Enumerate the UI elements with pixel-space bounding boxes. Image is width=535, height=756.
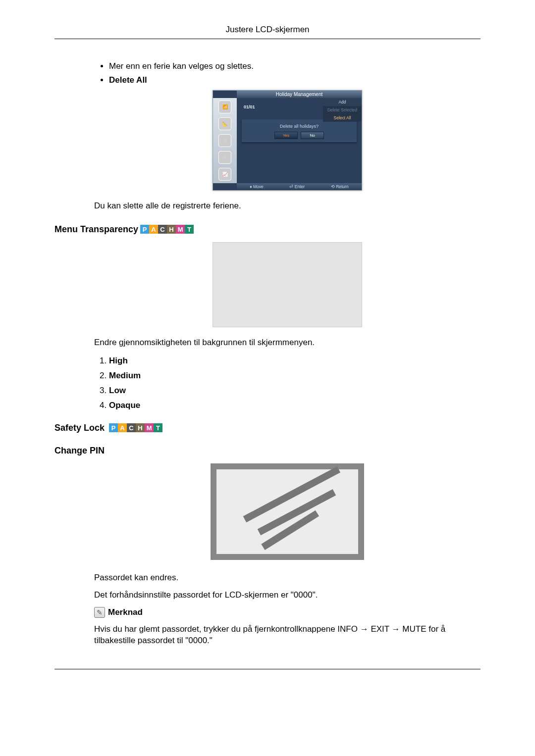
option-low: Low <box>109 386 481 396</box>
osd-actions: Add Delete Selected Select All <box>323 98 362 122</box>
footer-rule <box>54 669 481 669</box>
osd-confirm-dialog: Delete all holidays? Yes No <box>242 119 357 142</box>
menu-transparency-desc: Endre gjennomsiktigheten til bakgrunnen … <box>94 337 481 349</box>
osd-select-all: Select All <box>323 114 362 122</box>
pachmt-badge: PACHMT <box>109 423 162 432</box>
transparency-options: High Medium Low Opaque <box>94 356 481 410</box>
pachmt-badge: PACHMT <box>140 225 194 234</box>
chart-icon: 📈 <box>218 168 231 181</box>
delete-all-desc: Du kan slette alle de registrerte ferien… <box>94 201 481 212</box>
input-icon: 📶 <box>218 101 231 113</box>
osd-dialog-question: Delete all holidays? <box>245 124 354 129</box>
page-header: Justere LCD-skjermen <box>54 25 481 39</box>
heading-safety-lock: Safety Lock PACHMT <box>54 423 481 433</box>
delete-all-label: Delete All <box>109 75 147 85</box>
note-body: Hvis du har glemt passordet, trykker du … <box>94 624 481 647</box>
option-medium: Medium <box>109 371 481 381</box>
osd-foot-move: ♦ Move <box>250 184 264 189</box>
note-label: Merknad <box>108 607 143 617</box>
osd-title: Holiday Management <box>237 91 362 98</box>
osd-foot-enter: ⏎ Enter <box>289 184 305 189</box>
list-item: Mer enn en ferie kan velges og slettes. <box>109 61 481 71</box>
osd-placeholder <box>213 242 362 327</box>
option-opaque: Opaque <box>109 401 481 410</box>
tool-icon: 📐 <box>218 117 231 130</box>
osd-no-button: No <box>301 132 324 139</box>
heading-menu-transparency: Menu Transparency PACHMT <box>54 224 481 235</box>
change-pin-p1: Passordet kan endres. <box>94 572 481 584</box>
osd-holiday-management: Holiday Management 📶 📐 ⏱ ⚙ 📈 Add Delete … <box>213 90 362 191</box>
osd-footer: ♦ Move ⏎ Enter ⟲ Return <box>237 183 362 190</box>
osd-sidebar: 📶 📐 ⏱ ⚙ 📈 <box>213 98 237 183</box>
osd-yes-button: Yes <box>274 132 298 139</box>
info-list: Mer enn en ferie kan velges og slettes. … <box>94 61 481 85</box>
heading-change-pin: Change PIN <box>54 446 481 456</box>
osd-add: Add <box>323 98 362 106</box>
list-item-delete-all: Delete All <box>109 75 481 85</box>
change-pin-p2: Det forhåndsinnstilte passordet for LCD-… <box>94 590 481 601</box>
osd-foot-return: ⟲ Return <box>331 184 349 189</box>
option-high: High <box>109 356 481 366</box>
clock-icon: ⏱ <box>218 134 231 147</box>
osd-delete-selected: Delete Selected <box>323 106 362 114</box>
remote-control-image <box>211 463 364 560</box>
gear-icon: ⚙ <box>218 151 231 164</box>
page-title: Justere LCD-skjermen <box>225 25 309 34</box>
note-icon: ✎ <box>94 607 105 618</box>
